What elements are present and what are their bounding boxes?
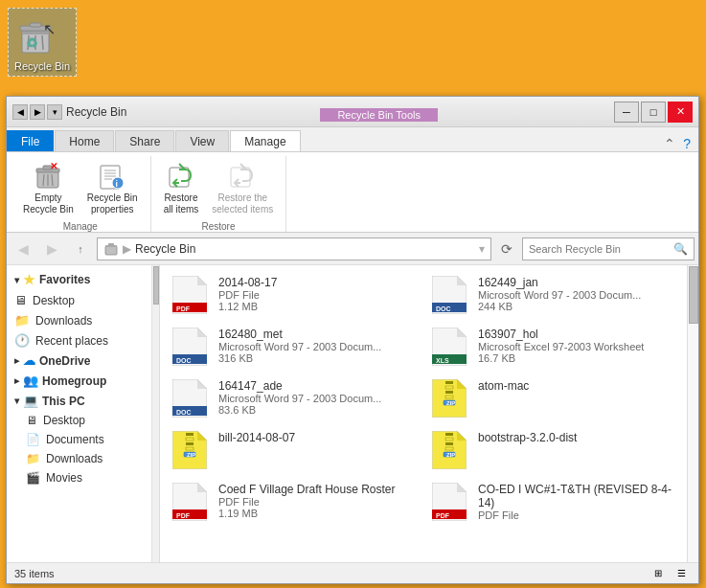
- documents-icon: 📄: [26, 433, 40, 446]
- sidebar-thispc-header[interactable]: ▾ 💻 This PC: [7, 391, 151, 411]
- sidebar-item-downloads-pc[interactable]: 📁 Downloads: [7, 449, 151, 468]
- file-item-4[interactable]: DOC 164147_ade Microsoft Word 97 - 2003 …: [164, 373, 423, 424]
- file-size-3: 16.7 KB: [478, 352, 674, 364]
- sidebar-item-recent-places[interactable]: 🕐 Recent places: [7, 330, 151, 351]
- search-input[interactable]: [529, 243, 673, 255]
- svg-text:ZIP: ZIP: [187, 452, 195, 458]
- detail-view-button[interactable]: ☰: [672, 565, 691, 582]
- svg-rect-67: [445, 433, 453, 436]
- sidebar-scroll-content: ▾ ★ Favorites 🖥 Desktop 📁 Downloads 🕐: [7, 269, 159, 558]
- svg-text:DOC: DOC: [176, 409, 192, 416]
- desktop-fav-icon: 🖥: [14, 293, 27, 307]
- file-list-scrollbar[interactable]: [687, 265, 698, 562]
- sidebar-item-downloads-fav[interactable]: 📁 Downloads: [7, 310, 151, 330]
- sidebar-onedrive-header[interactable]: ▸ ☁ OneDrive: [7, 351, 151, 371]
- up-button[interactable]: ↑: [68, 237, 93, 261]
- tab-share[interactable]: Share: [115, 130, 174, 151]
- dropdown-quick-icon[interactable]: ▾: [47, 104, 62, 120]
- svg-text:PDF: PDF: [436, 512, 450, 519]
- file-item-5[interactable]: ZIP atom-mac: [423, 373, 683, 424]
- file-item-9[interactable]: PDF CO-ED I WC#1-T&TH (REVISED 8-4-14) P…: [423, 476, 683, 528]
- file-info-2: 162480_met Microsoft Word 97 - 2003 Docu…: [218, 328, 415, 364]
- sidebar-favorites-header[interactable]: ▾ ★ Favorites: [7, 269, 151, 290]
- back-button[interactable]: ◀: [11, 237, 35, 261]
- address-dropdown-arrow[interactable]: ▾: [479, 242, 485, 256]
- sidebar-item-documents[interactable]: 📄 Documents: [7, 430, 151, 449]
- ribbon-tabs-row: Recycle Bin Tools File Home Share View M…: [7, 127, 698, 152]
- restore-selected-button[interactable]: Restore theselected items: [207, 156, 278, 219]
- file-list: PDF 2014-08-17 PDF File 1.12 MB: [160, 265, 698, 562]
- svg-marker-58: [197, 431, 207, 441]
- desktop: ♻ ↖ Recycle Bin ◀ ▶ ▾ Recycle Bin ─ □ ✕: [0, 0, 706, 588]
- file-item-6[interactable]: ZIP bill-2014-08-07: [164, 424, 423, 476]
- file-list-scroll-thumb[interactable]: [689, 266, 698, 324]
- ribbon-group-restore-items: Restoreall items: [159, 156, 279, 219]
- ribbon-group-restore: Restoreall items: [151, 156, 287, 232]
- file-info-5: atom-mac: [478, 379, 674, 393]
- file-name-8: Coed F Village Draft House Roster: [218, 483, 415, 496]
- props-icon: i: [97, 160, 127, 191]
- sidebar-item-desktop-pc[interactable]: 🖥 Desktop: [7, 411, 151, 430]
- props-label: Recycle Binproperties: [87, 192, 138, 215]
- file-info-8: Coed F Village Draft House Roster PDF Fi…: [218, 483, 415, 519]
- thispc-icon: 💻: [23, 394, 38, 408]
- svg-rect-60: [186, 438, 194, 441]
- sidebar-scrollbar[interactable]: [151, 265, 159, 562]
- file-item-0[interactable]: PDF 2014-08-17 PDF File 1.12 MB: [164, 269, 423, 321]
- svg-rect-70: [445, 447, 453, 450]
- collapse-ribbon-btn[interactable]: ⌃: [660, 136, 679, 151]
- title-quick-access: ◀ ▶ ▾: [12, 104, 62, 120]
- file-icon-pdf-8: PDF: [172, 483, 211, 521]
- file-item-1[interactable]: DOC 162449_jan Microsoft Word 97 - 2003 …: [423, 269, 683, 321]
- restore-sel-icon: [227, 160, 258, 191]
- sidebar-item-desktop-fav[interactable]: 🖥 Desktop: [7, 290, 151, 310]
- file-item-7[interactable]: ZIP bootstrap-3.2.0-dist: [423, 424, 683, 476]
- fwd-quick-icon[interactable]: ▶: [30, 104, 45, 120]
- file-item-8[interactable]: PDF Coed F Village Draft House Roster PD…: [164, 476, 423, 528]
- svg-rect-52: [445, 386, 453, 389]
- empty-bin-label: EmptyRecycle Bin: [23, 192, 74, 215]
- refresh-button[interactable]: ⟳: [495, 237, 518, 260]
- back-quick-icon[interactable]: ◀: [12, 104, 28, 120]
- sidebar-homegroup-header[interactable]: ▸ 👥 Homegroup: [7, 371, 151, 391]
- window-title: Recycle Bin: [66, 105, 126, 119]
- empty-bin-icon: ✕: [33, 160, 63, 191]
- file-name-7: bootstrap-3.2.0-dist: [478, 431, 674, 444]
- maximize-button[interactable]: □: [641, 102, 666, 123]
- thispc-expand-arrow: ▾: [14, 396, 19, 406]
- desktop-recycle-bin-icon[interactable]: ♻ ↖ Recycle Bin: [8, 8, 77, 77]
- forward-button[interactable]: ▶: [39, 237, 64, 261]
- address-path[interactable]: ▶ Recycle Bin ▾: [97, 237, 491, 260]
- favorites-label: Favorites: [39, 273, 90, 286]
- list-view-button[interactable]: ⊞: [649, 565, 668, 582]
- file-size-8: 1.19 MB: [218, 508, 415, 519]
- documents-label: Documents: [46, 433, 104, 446]
- empty-recycle-bin-button[interactable]: ✕ EmptyRecycle Bin: [18, 156, 79, 219]
- file-icon-pdf-0: PDF: [172, 276, 211, 314]
- file-item-3[interactable]: XLS 163907_hol Microsoft Excel 97-2003 W…: [423, 321, 683, 373]
- recycle-bin-properties-button[interactable]: i Recycle Binproperties: [82, 156, 143, 219]
- file-type-0: PDF File: [218, 289, 415, 301]
- svg-rect-3: [30, 23, 41, 27]
- close-button[interactable]: ✕: [668, 102, 693, 123]
- minimize-button[interactable]: ─: [614, 102, 639, 123]
- title-bar-buttons: ─ □ ✕: [614, 102, 693, 123]
- help-btn[interactable]: ?: [679, 136, 695, 151]
- desktop-pc-icon: 🖥: [26, 414, 37, 427]
- sidebar-item-movies[interactable]: 🎬 Movies: [7, 468, 151, 487]
- file-info-3: 163907_hol Microsoft Excel 97-2003 Works…: [478, 328, 674, 364]
- tab-view[interactable]: View: [175, 130, 229, 151]
- file-item-2[interactable]: DOC 162480_met Microsoft Word 97 - 2003 …: [164, 321, 423, 373]
- desktop-pc-label: Desktop: [43, 414, 85, 427]
- restore-all-button[interactable]: Restoreall items: [159, 156, 204, 219]
- search-box[interactable]: 🔍: [522, 237, 695, 260]
- svg-text:ZIP: ZIP: [446, 400, 455, 406]
- onedrive-expand-arrow: ▸: [14, 355, 19, 366]
- title-bar-left: ◀ ▶ ▾ Recycle Bin: [12, 104, 126, 120]
- tab-home[interactable]: Home: [55, 130, 114, 151]
- file-name-5: atom-mac: [478, 379, 674, 393]
- tab-file[interactable]: File: [7, 130, 54, 151]
- svg-marker-42: [457, 328, 467, 337]
- tab-manage[interactable]: Manage: [230, 130, 300, 151]
- sidebar-scroll-thumb[interactable]: [153, 266, 159, 305]
